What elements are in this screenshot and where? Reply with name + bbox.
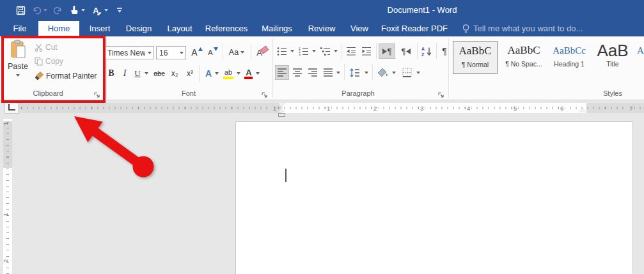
ruler-ticks: [6, 121, 9, 274]
font-dialog-launcher[interactable]: [261, 89, 268, 101]
increase-indent-button[interactable]: [359, 44, 373, 58]
text-highlight-dropdown[interactable]: [235, 66, 242, 80]
separator: [436, 43, 437, 59]
sort-az-icon: A Z: [421, 47, 432, 56]
bullets-button[interactable]: [275, 44, 289, 58]
change-case-button[interactable]: Aa: [226, 45, 247, 59]
ruler-number: 1: [2, 122, 9, 125]
shading-button[interactable]: [375, 65, 390, 80]
tab-foxit-reader-pdf[interactable]: Foxit Reader PDF: [379, 20, 450, 36]
paragraph-dialog-launcher[interactable]: [437, 89, 444, 101]
tell-me-box[interactable]: Tell me what you want to do...: [473, 20, 583, 36]
chevron-down-icon: [365, 72, 368, 74]
borders-button[interactable]: [399, 65, 414, 80]
shading-dropdown[interactable]: [391, 65, 397, 80]
text-effects-dropdown[interactable]: [214, 66, 220, 80]
chevron-down-icon: [43, 9, 47, 11]
multilevel-list-button[interactable]: [318, 44, 333, 58]
left-to-right-text-direction-button[interactable]: ¶: [379, 43, 395, 59]
highlight-label: ab: [224, 68, 232, 76]
text-effects-label: A: [205, 68, 212, 79]
bullets-dropdown[interactable]: [289, 44, 295, 58]
font-name-dropdown[interactable]: [145, 52, 153, 54]
show-hide-pilcrow-button[interactable]: ¶: [437, 44, 452, 58]
align-center-button[interactable]: [290, 65, 304, 80]
text-highlight-button[interactable]: ab: [221, 66, 235, 80]
style-normal[interactable]: AaBbC ¶ Normal: [453, 41, 498, 74]
borders-dropdown[interactable]: [415, 65, 421, 80]
chevron-down-icon: [180, 52, 184, 54]
grow-font-button[interactable]: A: [189, 45, 205, 59]
first-line-indent-marker[interactable]: [278, 103, 285, 107]
chevron-down-icon: [237, 72, 240, 75]
tab-review[interactable]: Review: [304, 20, 339, 36]
strikethrough-label: abc: [153, 70, 165, 77]
align-right-button[interactable]: [306, 65, 320, 80]
ruler-number: 5: [512, 104, 518, 112]
numbering-dropdown[interactable]: [311, 44, 317, 58]
font-size-combobox[interactable]: 16: [156, 46, 186, 59]
style-format-button[interactable]: A: [90, 4, 102, 17]
tab-file[interactable]: File: [6, 20, 33, 36]
subscript-button[interactable]: x₂: [168, 66, 182, 80]
customize-qat-button[interactable]: [115, 4, 124, 17]
underline-button[interactable]: U: [132, 66, 143, 80]
style-sample: AaB: [592, 41, 633, 60]
superscript-button[interactable]: x²: [183, 66, 197, 80]
redo-button[interactable]: [51, 4, 64, 17]
document-page[interactable]: [235, 121, 633, 274]
touch-mouse-mode-button[interactable]: [68, 4, 79, 17]
right-to-left-text-direction-button[interactable]: ¶: [398, 43, 414, 59]
sort-button[interactable]: A Z: [420, 44, 434, 58]
style-heading-1[interactable]: AaBbCc Heading 1: [549, 41, 590, 74]
chevron-down-icon: [392, 72, 396, 74]
tab-mailings[interactable]: Mailings: [256, 20, 298, 36]
strikethrough-button[interactable]: abc: [151, 66, 168, 80]
shrink-font-button[interactable]: A: [206, 45, 220, 59]
tab-stop-selector[interactable]: [4, 101, 19, 114]
style-title[interactable]: AaB Title: [592, 41, 633, 74]
hanging-indent-marker[interactable]: [278, 108, 285, 112]
text-effects-button[interactable]: A: [202, 66, 215, 80]
tab-references[interactable]: References: [202, 20, 251, 36]
style-no-spacing[interactable]: AaBbC ¶ No Spac...: [501, 41, 546, 74]
ruler-number: 6: [559, 104, 565, 112]
chevron-down-icon: [215, 72, 219, 75]
undo-icon: [32, 6, 42, 15]
tab-home[interactable]: Home: [38, 21, 79, 36]
lightbulb-icon: [462, 24, 470, 36]
tab-layout[interactable]: Layout: [162, 20, 197, 36]
justify-dropdown[interactable]: [335, 65, 342, 80]
font-color-button[interactable]: A: [243, 66, 255, 80]
style-partial[interactable]: A: [637, 41, 644, 74]
ruler-number: 4: [466, 104, 471, 112]
line-spacing-dropdown[interactable]: [363, 65, 370, 80]
font-name-combobox[interactable]: Times New F: [104, 46, 154, 59]
right-indent-marker[interactable]: [579, 108, 586, 112]
italic-button[interactable]: I: [119, 66, 130, 80]
justify-button[interactable]: [321, 65, 335, 80]
style-sample: A: [637, 41, 644, 60]
touch-mode-icon: [69, 5, 79, 15]
line-spacing-button[interactable]: [347, 65, 363, 80]
clear-formatting-button[interactable]: A: [255, 45, 270, 59]
tab-design[interactable]: Design: [122, 20, 156, 36]
numbering-button[interactable]: 1 2 3: [297, 44, 311, 58]
touch-mode-dropdown[interactable]: [81, 4, 86, 17]
ruler-number: 2: [372, 104, 378, 112]
font-size-dropdown[interactable]: [177, 52, 185, 54]
save-button[interactable]: [14, 4, 27, 17]
font-color-dropdown[interactable]: [255, 66, 261, 80]
tab-insert[interactable]: Insert: [84, 20, 115, 36]
align-left-button[interactable]: [275, 65, 289, 80]
bold-label: B: [108, 68, 114, 79]
left-indent-marker[interactable]: [278, 113, 285, 117]
tab-view[interactable]: View: [345, 20, 373, 36]
underline-dropdown[interactable]: [143, 66, 150, 80]
bold-button[interactable]: B: [105, 66, 118, 80]
multilevel-list-dropdown[interactable]: [333, 44, 339, 58]
decrease-indent-button[interactable]: [344, 44, 358, 58]
style-format-dropdown[interactable]: [104, 4, 109, 17]
undo-button[interactable]: [31, 4, 42, 17]
undo-dropdown[interactable]: [43, 4, 48, 17]
